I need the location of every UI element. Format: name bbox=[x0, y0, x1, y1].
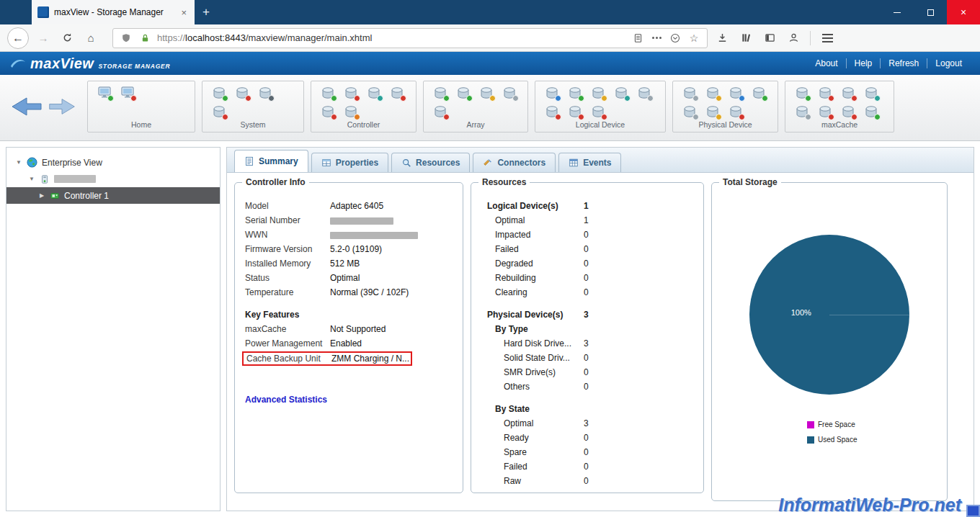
logical-devices-header: Logical Device(s)1 bbox=[481, 199, 693, 213]
controller-action-icon[interactable] bbox=[320, 104, 336, 120]
system-action-icon[interactable] bbox=[211, 85, 227, 101]
system-settings-icon[interactable] bbox=[257, 85, 273, 101]
total-storage-panel: Total Storage 100% Free Space Used Space bbox=[711, 182, 948, 501]
summary-content: Controller Info ModelAdaptec 6405 Serial… bbox=[227, 173, 974, 511]
tracking-protection-icon[interactable] bbox=[120, 32, 133, 45]
tree-item-controller-1[interactable]: ▶ Controller 1 bbox=[6, 187, 220, 204]
expander-icon[interactable]: ▼ bbox=[28, 176, 35, 182]
resource-row: Others0 bbox=[481, 379, 693, 394]
tree-item-enterprise-view[interactable]: ▼ Enterprise View bbox=[6, 154, 220, 171]
logical-device-action-icon[interactable] bbox=[567, 104, 583, 120]
array-action-icon[interactable] bbox=[432, 104, 448, 120]
library-button[interactable] bbox=[736, 29, 755, 48]
controller-action-icon[interactable] bbox=[343, 104, 359, 120]
by-type-header: By Type bbox=[481, 322, 693, 336]
tab-summary[interactable]: Summary bbox=[234, 150, 308, 172]
array-action-icon[interactable] bbox=[455, 85, 471, 101]
window-maximize-button[interactable] bbox=[914, 0, 947, 24]
navigate-forward-button[interactable] bbox=[48, 97, 76, 116]
tree-item-system[interactable]: ▼ bbox=[6, 171, 220, 187]
info-row-temperature: TemperatureNormal (39C / 102F) bbox=[245, 285, 453, 300]
tab-events[interactable]: Events bbox=[558, 153, 621, 172]
logical-device-action-icon[interactable] bbox=[567, 85, 583, 101]
tab-properties[interactable]: Properties bbox=[311, 153, 388, 172]
physical-device-action-icon[interactable] bbox=[751, 85, 767, 101]
logo-subtext: STORAGE MANAGER bbox=[98, 63, 170, 70]
help-link[interactable]: Help bbox=[846, 58, 881, 68]
maxview-logo: maxView STORAGE MANAGER bbox=[10, 55, 171, 72]
browser-tab[interactable]: maxView - Storage Manager × bbox=[32, 0, 195, 24]
home-action-icon[interactable] bbox=[97, 85, 112, 101]
resources-tab-icon bbox=[401, 158, 411, 168]
maxcache-action-icon[interactable] bbox=[863, 85, 879, 101]
system-action-icon[interactable] bbox=[211, 104, 227, 120]
padlock-icon[interactable] bbox=[138, 32, 151, 45]
new-tab-button[interactable]: + bbox=[195, 0, 218, 24]
bookmark-star-icon[interactable]: ☆ bbox=[687, 32, 700, 45]
physical-device-action-icon[interactable] bbox=[728, 85, 744, 101]
array-action-icon[interactable] bbox=[432, 85, 448, 101]
page-body: ▼ Enterprise View ▼ ▶ Controller 1 Summa… bbox=[0, 141, 980, 517]
chart-legend: Free Space Used Space bbox=[807, 421, 937, 444]
logical-device-action-icon[interactable] bbox=[613, 85, 629, 101]
maxcache-action-icon[interactable] bbox=[794, 104, 810, 120]
home-button[interactable]: ⌂ bbox=[81, 29, 100, 48]
info-row-wwn: WWN bbox=[245, 228, 453, 242]
physical-device-action-icon[interactable] bbox=[728, 104, 744, 120]
tab-resources[interactable]: Resources bbox=[391, 153, 470, 172]
physical-device-action-icon[interactable] bbox=[705, 85, 721, 101]
back-button[interactable]: ← bbox=[7, 27, 29, 49]
sidebar-toggle-button[interactable] bbox=[760, 29, 779, 48]
reader-mode-icon[interactable] bbox=[631, 32, 644, 45]
page-actions-button[interactable] bbox=[650, 32, 663, 45]
pocket-icon[interactable] bbox=[669, 32, 682, 45]
maxcache-action-icon[interactable] bbox=[863, 104, 879, 120]
window-minimize-button[interactable] bbox=[881, 0, 914, 24]
array-action-icon[interactable] bbox=[502, 85, 517, 101]
system-action-icon[interactable] bbox=[234, 85, 250, 101]
panel-title: Controller Info bbox=[242, 177, 309, 187]
maxcache-action-icon[interactable] bbox=[794, 85, 810, 101]
resource-row: Failed0 bbox=[481, 459, 693, 474]
maxcache-action-icon[interactable] bbox=[817, 104, 833, 120]
forward-button[interactable]: → bbox=[34, 29, 53, 48]
controller-action-icon[interactable] bbox=[343, 85, 359, 101]
resource-row: Clearing0 bbox=[481, 285, 693, 300]
downloads-button[interactable] bbox=[713, 29, 731, 48]
account-button[interactable] bbox=[784, 29, 803, 48]
tab-label: Connectors bbox=[497, 158, 545, 168]
maxcache-action-icon[interactable] bbox=[817, 85, 833, 101]
physical-device-action-icon[interactable] bbox=[682, 85, 698, 101]
logout-link[interactable]: Logout bbox=[927, 58, 970, 68]
url-bar[interactable]: https://localhost:8443/maxview/manager/m… bbox=[112, 28, 708, 48]
expander-icon[interactable]: ▶ bbox=[38, 192, 45, 199]
about-link[interactable]: About bbox=[807, 58, 845, 68]
advanced-statistics-link[interactable]: Advanced Statistics bbox=[245, 395, 327, 405]
maxcache-action-icon[interactable] bbox=[840, 104, 856, 120]
maxcache-action-icon[interactable] bbox=[840, 85, 856, 101]
resources-panel: Resources Logical Device(s)1 Optimal1 Im… bbox=[471, 182, 704, 493]
home-action-icon[interactable] bbox=[120, 85, 135, 101]
refresh-link[interactable]: Refresh bbox=[880, 58, 927, 68]
reload-button[interactable] bbox=[58, 29, 76, 48]
physical-device-action-icon[interactable] bbox=[705, 104, 721, 120]
controller-action-icon[interactable] bbox=[389, 85, 405, 101]
menu-button[interactable] bbox=[818, 29, 837, 48]
window-titlebar: maxView - Storage Manager × + × bbox=[0, 0, 980, 24]
tab-label: Summary bbox=[259, 156, 298, 166]
window-close-button[interactable]: × bbox=[947, 0, 980, 24]
logical-device-action-icon[interactable] bbox=[544, 104, 560, 120]
controller-action-icon[interactable] bbox=[320, 85, 336, 101]
logical-device-action-icon[interactable] bbox=[590, 104, 606, 120]
array-action-icon[interactable] bbox=[478, 85, 494, 101]
browser-window: maxView - Storage Manager × + × ← → ⌂ ht… bbox=[0, 0, 980, 517]
logical-device-action-icon[interactable] bbox=[544, 85, 560, 101]
tab-connectors[interactable]: Connectors bbox=[473, 153, 556, 172]
expander-icon[interactable]: ▼ bbox=[15, 159, 22, 166]
tab-close-icon[interactable]: × bbox=[179, 7, 189, 18]
physical-device-action-icon[interactable] bbox=[682, 104, 698, 120]
logical-device-action-icon[interactable] bbox=[590, 85, 606, 101]
logical-device-action-icon[interactable] bbox=[636, 85, 652, 101]
navigate-back-button[interactable] bbox=[11, 96, 43, 117]
controller-action-icon[interactable] bbox=[366, 85, 382, 101]
